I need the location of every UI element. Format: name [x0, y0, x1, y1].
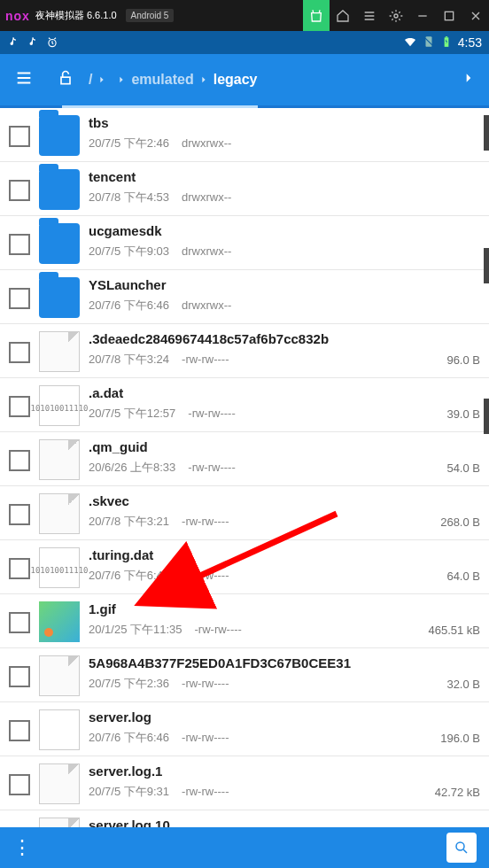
image-thumbnail: [39, 601, 80, 642]
checkbox[interactable]: [9, 720, 30, 741]
checkbox[interactable]: [9, 288, 30, 309]
checkbox[interactable]: [9, 450, 30, 471]
checkbox[interactable]: [9, 180, 30, 201]
file-row[interactable]: YSLauncher20/7/6 下午6:46drwxrwx--: [0, 270, 489, 324]
file-meta: 20/7/6 下午6:46drwxrwx--: [89, 298, 473, 314]
file-meta: 20/7/5 下午12:57-rw-rw----: [89, 406, 439, 422]
sidebar-handle[interactable]: [484, 399, 489, 434]
clock-time: 4:53: [458, 35, 482, 50]
nox-logo: nox: [5, 9, 30, 23]
close-icon[interactable]: [462, 0, 489, 31]
more-options-icon[interactable]: ⋮: [12, 836, 32, 859]
file-row[interactable]: server.log20/7/6 下午6:46-rw-rw----196.0 B: [0, 702, 489, 756]
file-icon: [39, 493, 80, 534]
menu-lines-icon[interactable]: [356, 0, 383, 31]
breadcrumb[interactable]: / emulated legacy: [89, 72, 455, 88]
file-row[interactable]: ucgamesdk20/7/5 下午9:03drwxrwx--: [0, 216, 489, 270]
store-icon[interactable]: [303, 0, 330, 31]
file-name: server.log: [89, 709, 433, 725]
file-name: 1.gif: [89, 601, 421, 616]
svg-rect-6: [61, 77, 70, 84]
file-row[interactable]: tbs20/7/5 下午2:46drwxrwx--: [0, 108, 489, 162]
file-row[interactable]: .qm_guid20/6/26 上午8:33-rw-rw----54.0 B: [0, 432, 489, 486]
checkbox[interactable]: [9, 612, 30, 633]
file-size: 96.0 B: [446, 353, 480, 372]
svg-point-7: [456, 842, 464, 850]
sidebar-handle[interactable]: [484, 115, 489, 151]
maximize-icon[interactable]: [436, 0, 462, 31]
checkbox[interactable]: [9, 342, 30, 363]
file-meta: 20/1/25 下午11:35-rw-rw----: [89, 622, 421, 638]
checkbox[interactable]: [9, 504, 30, 525]
file-meta: 20/7/8 下午3:24-rw-rw----: [89, 352, 439, 368]
file-size: 268.0 B: [440, 515, 480, 534]
file-icon: [39, 439, 80, 480]
settings-gear-icon[interactable]: [383, 0, 409, 31]
chevron-right-icon: [117, 72, 126, 88]
breadcrumb-legacy[interactable]: legacy: [213, 72, 258, 88]
alarm-icon: [46, 36, 58, 49]
file-name: .qm_guid: [89, 439, 439, 454]
breadcrumb-root[interactable]: /: [89, 72, 92, 88]
lock-open-icon[interactable]: [50, 62, 82, 97]
file-name: .3deaedc28469674418c57af6b7cc832b: [89, 331, 439, 346]
file-meta: 20/7/5 下午9:03drwxrwx--: [89, 244, 473, 260]
file-name: ucgamesdk: [89, 223, 473, 238]
no-sim-icon: [423, 35, 435, 50]
file-row[interactable]: 1.gif20/1/25 下午11:35-rw-rw----465.51 kB: [0, 594, 489, 648]
file-name: YSLauncher: [89, 277, 473, 292]
file-size: 196.0 B: [440, 732, 480, 750]
file-row[interactable]: tencent20/7/8 下午4:53drwxrwx--: [0, 162, 489, 216]
file-row[interactable]: .3deaedc28469674418c57af6b7cc832b20/7/8 …: [0, 324, 489, 378]
file-meta: 20/6/26 上午8:33-rw-rw----: [89, 460, 439, 476]
folder-icon: [39, 169, 80, 210]
file-row[interactable]: 101010011110.turing.dat20/7/6 下午6:44-rw-…: [0, 540, 489, 594]
folder-icon: [39, 223, 80, 264]
checkbox[interactable]: [9, 234, 30, 255]
checkbox[interactable]: [9, 774, 30, 795]
file-meta: 20/7/5 下午2:36-rw-rw----: [89, 676, 439, 692]
text-file-icon: [39, 709, 80, 750]
file-row[interactable]: 101010011110.a.dat20/7/5 下午12:57-rw-rw--…: [0, 378, 489, 432]
file-list[interactable]: tbs20/7/5 下午2:46drwxrwx--tencent20/7/8 下…: [0, 108, 489, 868]
file-name: .turing.dat: [89, 547, 439, 562]
file-manager-toolbar: / emulated legacy: [0, 54, 489, 105]
minimize-icon[interactable]: [409, 0, 436, 31]
file-icon: [39, 763, 80, 804]
svg-rect-1: [445, 12, 453, 19]
file-name: .skvec: [89, 493, 433, 508]
file-meta: 20/7/6 下午6:46-rw-rw----: [89, 730, 433, 746]
file-size: 39.0 B: [446, 407, 480, 426]
file-icon: [39, 655, 80, 696]
emulator-titlebar: nox 夜神模拟器 6.6.1.0 Android 5: [0, 0, 489, 31]
search-button[interactable]: [446, 833, 477, 863]
folder-icon: [39, 115, 80, 156]
breadcrumb-emulated[interactable]: emulated: [131, 72, 193, 88]
checkbox[interactable]: [9, 396, 30, 417]
android-version-badge: Android 5: [126, 9, 175, 22]
file-row[interactable]: .skvec20/7/8 下午3:21-rw-rw----268.0 B: [0, 486, 489, 540]
sidebar-handle[interactable]: [484, 248, 489, 283]
wifi-icon: [403, 35, 417, 51]
file-size: 64.0 B: [446, 570, 480, 588]
chevron-right-icon: [97, 72, 106, 88]
binary-file-icon: 101010011110: [39, 385, 80, 426]
file-row[interactable]: server.log.120/7/5 下午9:31-rw-rw----42.72…: [0, 756, 489, 810]
file-size: 465.51 kB: [428, 624, 480, 642]
file-row[interactable]: 5A968A4B377F25ED0A1FD3C67B0CEE3120/7/5 下…: [0, 648, 489, 702]
folder-icon: [39, 277, 80, 318]
chevron-right-icon[interactable]: [455, 65, 482, 95]
emulator-title: 夜神模拟器 6.6.1.0: [35, 9, 117, 22]
file-icon: [39, 331, 80, 372]
checkbox[interactable]: [9, 126, 30, 147]
home-icon[interactable]: [330, 0, 356, 31]
checkbox[interactable]: [9, 558, 30, 579]
file-name: tencent: [89, 169, 473, 184]
android-status-bar: 4:53: [0, 31, 489, 54]
menu-icon[interactable]: [7, 61, 41, 98]
file-name: .a.dat: [89, 385, 439, 400]
checkbox[interactable]: [9, 666, 30, 687]
file-size: 54.0 B: [446, 461, 480, 480]
file-name: server.log.1: [89, 763, 428, 779]
tiktok-icon: [7, 36, 19, 49]
